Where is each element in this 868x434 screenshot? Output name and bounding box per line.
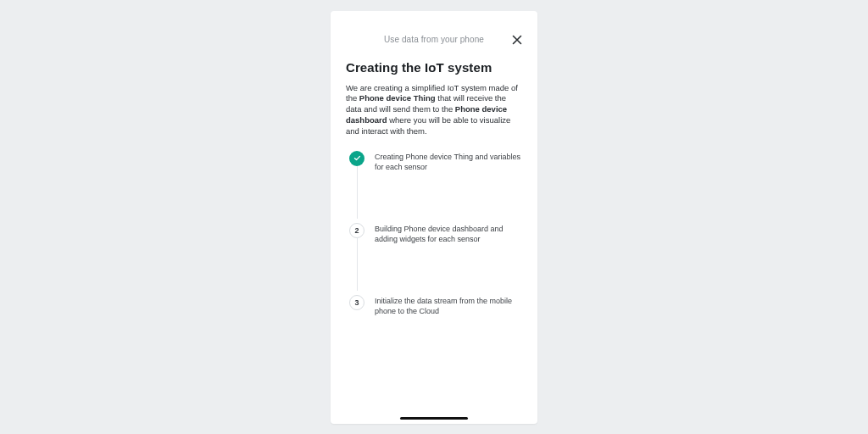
step-gap (346, 244, 522, 295)
step-connector (357, 166, 358, 219)
phone-frame: Use data from your phone Creating the Io… (331, 11, 537, 424)
intro-text: We are creating a simplified IoT system … (346, 83, 522, 137)
step-3-text: Initialize the data stream from the mobi… (368, 295, 522, 316)
step-1-text: Creating Phone device Thing and variable… (368, 151, 522, 172)
topbar: Use data from your phone (346, 28, 522, 52)
step-marker-2: 2 (349, 223, 364, 238)
close-button[interactable] (509, 31, 526, 48)
step-marker-done (349, 151, 364, 166)
step-2-text: Building Phone device dashboard and addi… (368, 223, 522, 244)
close-icon (512, 35, 522, 45)
topbar-title: Use data from your phone (384, 35, 484, 44)
step-2: 2 Building Phone device dashboard and ad… (346, 223, 522, 244)
home-indicator (400, 417, 468, 420)
intro-bold-1: Phone device Thing (359, 93, 436, 103)
steps-list: Creating Phone device Thing and variable… (346, 151, 522, 317)
step-marker-col: 2 (346, 223, 368, 238)
step-gap (346, 172, 522, 223)
step-marker-3: 3 (349, 295, 364, 310)
step-1: Creating Phone device Thing and variable… (346, 151, 522, 172)
step-marker-col (346, 151, 368, 166)
step-connector (357, 238, 358, 291)
page-title: Creating the IoT system (346, 60, 522, 75)
step-marker-col: 3 (346, 295, 368, 310)
check-icon (353, 154, 361, 162)
step-3: 3 Initialize the data stream from the mo… (346, 295, 522, 316)
viewport: Use data from your phone Creating the Io… (0, 0, 868, 434)
